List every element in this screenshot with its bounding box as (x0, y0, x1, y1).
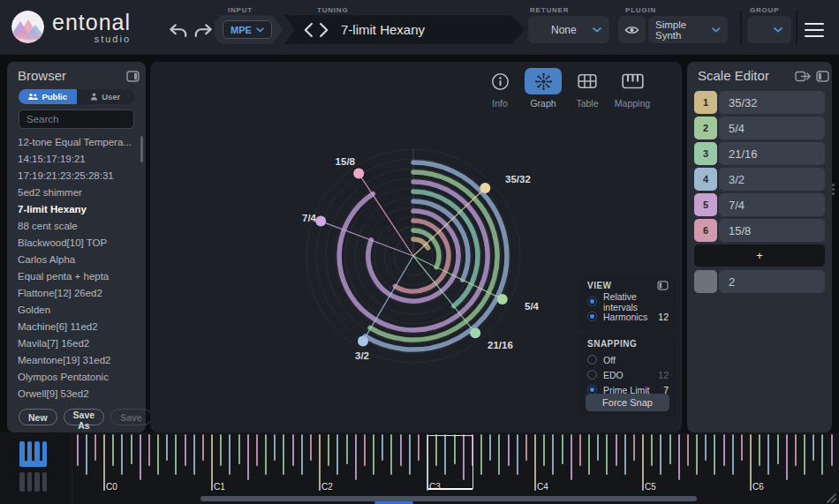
octave-marker[interactable] (534, 434, 536, 491)
note-marker[interactable] (714, 434, 715, 475)
ratio-field[interactable]: 5/4 (719, 117, 825, 139)
note-marker[interactable] (678, 434, 680, 480)
note-marker[interactable] (328, 434, 329, 466)
note-marker[interactable] (364, 434, 366, 466)
note-marker[interactable] (373, 434, 374, 475)
note-marker[interactable] (265, 434, 267, 475)
note-marker[interactable] (767, 434, 769, 475)
list-item[interactable]: 7-limit Hexany (7, 201, 146, 218)
note-marker[interactable] (804, 434, 805, 475)
undo-icon[interactable] (168, 23, 189, 41)
list-item[interactable]: 88 cent scale (7, 218, 146, 235)
note-marker[interactable] (687, 434, 689, 466)
note-marker[interactable] (310, 434, 312, 461)
octave-marker[interactable] (750, 434, 752, 491)
note-marker[interactable] (157, 434, 159, 475)
redo-icon[interactable] (193, 23, 214, 41)
radio-button[interactable] (587, 355, 597, 365)
note-marker[interactable] (562, 434, 563, 464)
note-marker[interactable] (597, 434, 599, 461)
list-item[interactable]: Olympos Pentatonic (7, 369, 146, 386)
list-item[interactable]: 12-tone Equal Tempera... (7, 134, 146, 151)
keyboard-view-inactive-icon[interactable] (19, 472, 47, 492)
note-marker[interactable] (480, 434, 482, 475)
degree-badge[interactable]: 6 (694, 219, 717, 242)
radio-button[interactable] (587, 297, 597, 306)
note-marker[interactable] (292, 434, 294, 466)
note-marker[interactable] (238, 434, 240, 464)
note-dot[interactable] (497, 294, 508, 305)
previous-tuning-icon[interactable] (300, 22, 316, 38)
note-marker[interactable] (552, 434, 554, 475)
panel-resize-handle[interactable] (832, 184, 835, 195)
menu-button[interactable] (800, 19, 830, 41)
note-marker[interactable] (741, 434, 743, 461)
period-field[interactable]: 2 (719, 270, 825, 293)
ratio-field[interactable]: 15/8 (719, 219, 825, 242)
note-dot[interactable] (358, 335, 368, 346)
note-marker[interactable] (723, 434, 725, 466)
note-marker[interactable] (696, 434, 698, 475)
keyboard-viewport[interactable] (427, 435, 473, 490)
plugin-dropdown[interactable]: Simple Synth (648, 16, 728, 43)
note-marker[interactable] (301, 434, 303, 475)
note-marker[interactable] (220, 434, 222, 466)
note-marker[interactable] (283, 434, 284, 475)
note-marker[interactable] (498, 434, 500, 475)
note-marker[interactable] (795, 434, 797, 466)
note-dot[interactable] (470, 327, 480, 338)
note-marker[interactable] (193, 434, 195, 475)
collapse-panel-icon[interactable] (816, 71, 829, 82)
note-marker[interactable] (112, 434, 114, 466)
ratio-field[interactable]: 3/2 (719, 168, 825, 191)
degree-badge[interactable]: 3 (694, 142, 717, 165)
note-marker[interactable] (543, 434, 545, 466)
list-item[interactable]: Machine[6] 11ed2 (7, 319, 146, 335)
octave-marker[interactable] (642, 434, 644, 491)
note-marker[interactable] (616, 434, 617, 466)
note-marker[interactable] (355, 434, 357, 480)
list-item[interactable]: Carlos Alpha (7, 252, 146, 268)
note-marker[interactable] (390, 434, 392, 475)
note-marker[interactable] (382, 434, 383, 461)
note-dot[interactable] (353, 169, 364, 179)
note-marker[interactable] (786, 434, 788, 480)
list-item[interactable]: Meantone[19] 31ed2 (7, 352, 146, 369)
resize-grip-icon[interactable] (824, 491, 836, 503)
degree-badge[interactable]: 2 (694, 117, 717, 139)
force-snap-button[interactable]: Force Snap (586, 394, 669, 411)
note-marker[interactable] (185, 434, 186, 466)
panel-icon[interactable] (657, 281, 669, 290)
note-marker[interactable] (525, 434, 527, 461)
search-input[interactable] (19, 109, 134, 129)
input-mode-dropdown[interactable]: MPE (223, 20, 272, 39)
note-marker[interactable] (94, 434, 96, 461)
list-item[interactable]: Orwell[9] 53ed2 (7, 386, 146, 402)
list-item[interactable]: Equal penta + hepta (7, 268, 146, 285)
note-marker[interactable] (669, 434, 671, 464)
note-marker[interactable] (732, 434, 734, 475)
octave-marker[interactable] (319, 434, 321, 491)
note-marker[interactable] (400, 434, 402, 466)
degree-badge[interactable]: 4 (694, 168, 717, 191)
export-scale-icon[interactable] (795, 70, 812, 83)
browser-tab-public[interactable]: Public (19, 89, 77, 104)
ratio-field[interactable]: 21/16 (719, 142, 825, 165)
note-marker[interactable] (86, 434, 87, 475)
list-item[interactable]: Flattone[12] 26ed2 (7, 285, 146, 302)
tuning-name[interactable]: 7-limit Hexany (341, 22, 425, 37)
snapping-value[interactable]: 12 (658, 370, 669, 380)
view-value[interactable]: 12 (658, 312, 669, 322)
keyboard-scrollbar[interactable] (200, 496, 697, 501)
retuner-dropdown[interactable]: None (528, 16, 609, 43)
group-dropdown[interactable] (747, 16, 791, 43)
degree-badge[interactable]: 5 (694, 193, 717, 216)
note-marker[interactable] (660, 434, 661, 475)
note-marker[interactable] (813, 434, 814, 461)
add-degree-button[interactable]: + (694, 244, 825, 267)
note-marker[interactable] (229, 434, 231, 475)
note-marker[interactable] (633, 434, 635, 461)
note-marker[interactable] (489, 434, 491, 461)
note-dot[interactable] (315, 216, 326, 227)
note-marker[interactable] (588, 434, 590, 475)
